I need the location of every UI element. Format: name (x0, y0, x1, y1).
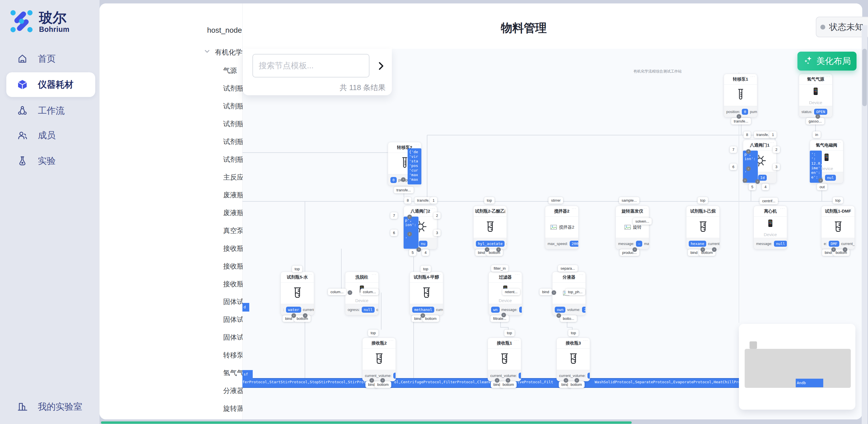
node-menu-icon[interactable]: ... (780, 205, 785, 210)
port-chip[interactable]: top (504, 330, 515, 336)
port-chip[interactable]: 1 (769, 131, 776, 138)
port-chip[interactable]: sample... (619, 197, 640, 204)
node-menu-icon[interactable]: ... (414, 142, 420, 146)
port-chip[interactable]: filter_in (491, 265, 508, 272)
port-chip[interactable]: 4 (422, 249, 429, 256)
node-menu-icon[interactable]: ... (389, 337, 394, 342)
flow-node[interactable]: 氢气气源...Devicestatus:OPEN (799, 74, 832, 117)
sidebar-item-experiment[interactable]: 实验 (6, 149, 95, 173)
port-chip[interactable]: retent... (502, 289, 520, 295)
flow-node[interactable]: 试剂瓶4-甲醇...methanolcurrent (410, 272, 443, 315)
flow-node[interactable]: 试剂瓶3-己烷...hexanecurrent_ (686, 206, 720, 249)
node-menu-icon[interactable]: ... (500, 205, 505, 210)
port-chip[interactable]: centrif... (760, 198, 778, 204)
port-chip[interactable]: bottom (294, 315, 311, 322)
expand-chevron-icon[interactable] (375, 60, 387, 72)
port-chip[interactable]: in (813, 131, 821, 138)
port-chip[interactable]: top (421, 266, 431, 272)
node-menu-icon[interactable]: ... (515, 271, 520, 276)
connector-dot-icon[interactable]: › (496, 247, 501, 252)
port-chip[interactable]: filtrate... (491, 315, 509, 322)
port-chip[interactable]: separa... (558, 265, 578, 272)
port-chip[interactable]: transfe... (394, 187, 414, 193)
horizontal-scrollbar[interactable] (101, 421, 632, 424)
sidebar-item-home[interactable]: 首页 (6, 47, 95, 71)
flow-node[interactable]: 试剂瓶2-乙酸乙酯...hyl_acetatecurre (473, 206, 507, 249)
connector-dot-icon[interactable]: › (746, 166, 751, 171)
node-menu-icon[interactable]: ... (430, 205, 435, 210)
flow-node[interactable]: 旋转蒸发仪...旋转message:–max_ (616, 206, 649, 249)
port-chip[interactable]: 1 (430, 197, 437, 204)
connector-dot-icon[interactable]: › (501, 313, 506, 317)
port-chip[interactable]: bottom (423, 315, 439, 322)
port-chip[interactable]: 6 (730, 163, 737, 170)
port-chip[interactable]: 8 (744, 131, 751, 138)
node-menu-icon[interactable]: ... (713, 205, 718, 210)
port-chip[interactable]: 6 (391, 230, 398, 236)
port-chip[interactable]: 2 (773, 146, 780, 153)
node-menu-icon[interactable]: ... (848, 205, 853, 210)
port-chip[interactable]: solven... (633, 218, 652, 224)
port-chip[interactable]: transfe... (731, 118, 751, 124)
chevron-down-icon[interactable] (204, 48, 211, 57)
port-chip[interactable]: 3 (773, 163, 780, 170)
connector-dot-icon[interactable]: › (506, 378, 510, 383)
node-menu-icon[interactable]: ... (572, 205, 577, 210)
port-chip[interactable]: 5 (409, 249, 416, 256)
connector-dot-icon[interactable]: › (564, 378, 568, 383)
port-chip[interactable]: top (833, 197, 843, 204)
connector-dot-icon[interactable]: › (369, 378, 374, 383)
port-chip[interactable]: 4 (762, 184, 769, 190)
port-chip[interactable]: transfe. (754, 131, 771, 138)
port-chip[interactable]: 5 (749, 184, 756, 190)
connector-dot-icon[interactable]: › (701, 247, 705, 252)
flow-node[interactable]: 接收瓶1...current_volume:0 (488, 338, 521, 381)
node-menu-icon[interactable]: ... (770, 140, 774, 144)
connector-dot-icon[interactable]: › (755, 179, 760, 184)
connector-dot-icon[interactable]: › (575, 378, 579, 383)
connector-dot-icon[interactable]: › (485, 247, 489, 252)
connector-dot-icon[interactable]: › (303, 313, 308, 318)
connector-dot-icon[interactable]: › (737, 114, 741, 119)
sidebar-item-instruments[interactable]: 仪器耗材 (6, 72, 95, 97)
port-chip[interactable]: top_ph... (565, 289, 585, 295)
connector-dot-icon[interactable]: › (401, 177, 406, 182)
node-menu-icon[interactable]: ... (307, 271, 312, 276)
flow-node[interactable]: 试剂瓶1-DMF...e:DMFcurrent_vol (821, 206, 855, 249)
node-menu-icon[interactable]: ... (436, 271, 441, 276)
flow-node[interactable]: 离心机...Devicemessage:nullma (753, 206, 787, 249)
port-chip[interactable]: botto... (560, 315, 577, 322)
sidebar-item-my-lab[interactable]: 我的实验室 (6, 394, 95, 419)
node-menu-icon[interactable]: ... (642, 205, 647, 210)
port-chip[interactable]: gasso... (806, 118, 825, 124)
flow-node[interactable]: 搅拌器2...搅拌器2max_speed:2000 (545, 206, 579, 249)
port-chip[interactable]: top (484, 197, 495, 204)
connector-dot-icon[interactable]: › (632, 247, 637, 252)
connector-dot-icon[interactable]: › (495, 378, 499, 383)
status-badge[interactable]: 状态未知 (816, 17, 868, 37)
connector-dot-icon[interactable]: › (743, 178, 747, 183)
node-menu-icon[interactable]: ... (826, 73, 830, 78)
connector-dot-icon[interactable]: › (416, 247, 421, 252)
flow-node[interactable]: 转移泵1...position:0pump (724, 74, 757, 117)
flow-node[interactable]: 接收瓶2...current_volume:0 (362, 338, 396, 381)
connector-dot-icon[interactable]: › (421, 313, 425, 318)
vertical-scrollbar-thumb[interactable] (862, 49, 867, 106)
connector-dot-icon[interactable]: › (712, 247, 717, 252)
port-chip[interactable]: bind (539, 289, 552, 295)
port-chip[interactable]: 7 (391, 212, 398, 219)
port-chip[interactable]: bind (688, 249, 700, 256)
connector-dot-icon[interactable]: › (407, 232, 412, 236)
connector-dot-icon[interactable]: › (291, 313, 296, 318)
connector-dot-icon[interactable]: › (348, 290, 352, 295)
node-menu-icon[interactable]: ... (836, 140, 841, 144)
port-chip[interactable]: top (368, 330, 378, 336)
node-menu-icon[interactable]: ... (583, 337, 588, 342)
port-chip[interactable]: 2 (433, 212, 441, 219)
port-chip[interactable]: top (698, 197, 708, 204)
flow-node[interactable]: 接收瓶3...current_volume:0 (557, 338, 590, 381)
sidebar-item-workflow[interactable]: 工作流 (6, 98, 95, 123)
connector-dot-icon[interactable]: › (815, 114, 820, 119)
port-chip[interactable]: 3 (433, 230, 441, 236)
node-menu-icon[interactable]: ... (579, 271, 584, 276)
